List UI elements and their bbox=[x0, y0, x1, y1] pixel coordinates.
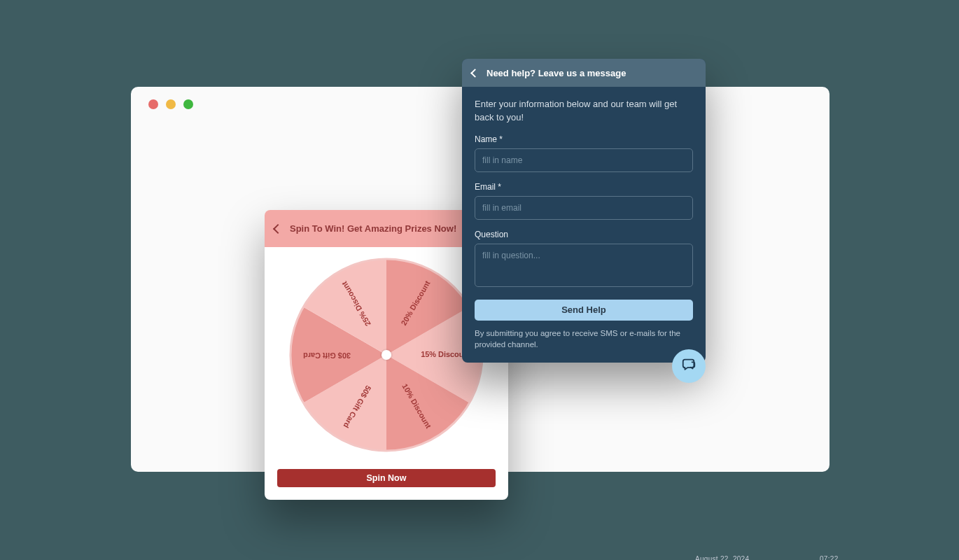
help-disclaimer: By submitting you agree to receive SMS o… bbox=[475, 328, 693, 350]
prize-wheel[interactable]: 15% Discount10% Discount50$ Gift Card30$… bbox=[289, 258, 484, 452]
background-date: August 22, 2024 bbox=[695, 555, 749, 560]
email-input[interactable] bbox=[475, 196, 693, 220]
window-maximize-dot[interactable] bbox=[183, 99, 193, 109]
help-title: Need help? Leave us a message bbox=[486, 68, 626, 78]
chat-launcher[interactable] bbox=[672, 349, 706, 383]
chat-icon bbox=[681, 357, 696, 375]
name-input[interactable] bbox=[475, 148, 693, 172]
wheel-segment-label: 30$ Gift Card bbox=[303, 351, 351, 360]
send-help-button[interactable]: Send Help bbox=[475, 300, 693, 321]
question-label: Question bbox=[475, 230, 693, 239]
window-close-dot[interactable] bbox=[148, 99, 158, 109]
background-time: 07:22 bbox=[820, 555, 839, 560]
spin-button[interactable]: Spin Now bbox=[277, 469, 496, 487]
help-intro: Enter your information below and our tea… bbox=[475, 98, 693, 125]
help-header: Need help? Leave us a message bbox=[462, 59, 706, 87]
spin-title: Spin To Win! Get Amazing Prizes Now! bbox=[290, 223, 456, 234]
window-minimize-dot[interactable] bbox=[166, 99, 176, 109]
back-icon[interactable] bbox=[470, 69, 479, 78]
wheel-hub bbox=[382, 350, 391, 360]
help-body: Enter your information below and our tea… bbox=[462, 87, 706, 363]
question-input[interactable] bbox=[475, 244, 693, 287]
name-label: Name * bbox=[475, 134, 693, 144]
help-panel: Need help? Leave us a message Enter your… bbox=[462, 59, 706, 363]
email-label: Email * bbox=[475, 182, 693, 192]
back-icon[interactable] bbox=[273, 223, 283, 233]
